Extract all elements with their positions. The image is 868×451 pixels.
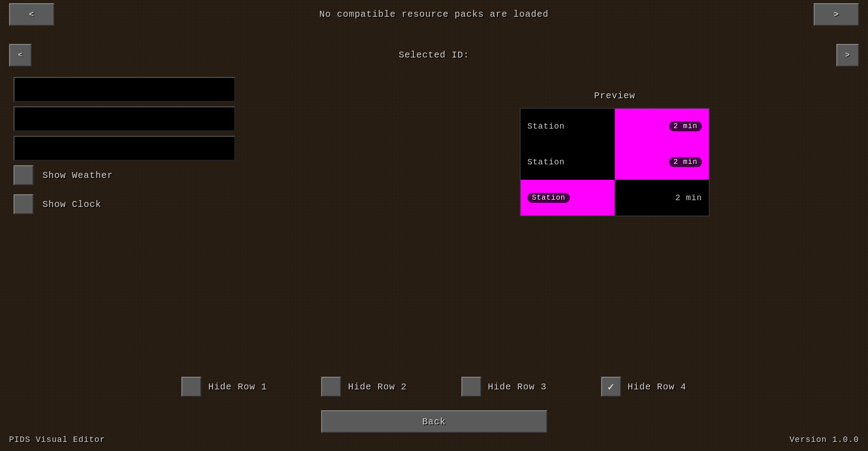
selected-id-label: Selected ID: — [398, 50, 469, 60]
preview-row2-left: Station — [521, 144, 615, 180]
second-prev-button[interactable]: < — [9, 44, 32, 67]
preview-row1-left: Station — [521, 109, 615, 144]
back-button[interactable]: Back — [321, 410, 547, 433]
show-clock-label: Show Clock — [43, 199, 101, 210]
hide-row2-item: Hide Row 2 — [321, 377, 407, 397]
hide-row1-item: Hide Row 1 — [181, 377, 267, 397]
preview-time-2: 2 min — [669, 157, 702, 167]
hide-row4-checkbox[interactable] — [601, 377, 621, 397]
hide-row4-label: Hide Row 4 — [628, 382, 687, 392]
preview-title: Preview — [520, 91, 710, 101]
show-weather-row: Show Weather — [14, 165, 113, 185]
preview-section: Preview Station 2 min Station 2 min Stat… — [520, 91, 710, 216]
back-btn-container: Back — [321, 410, 547, 433]
checkboxes-section: Show Weather Show Clock — [14, 165, 113, 223]
top-nav: < No compatible resource packs are loade… — [0, 9, 868, 19]
preview-row3-right: 2 min — [615, 180, 709, 216]
show-clock-row: Show Clock — [14, 194, 113, 214]
footer-left: PIDS Visual Editor — [9, 435, 105, 444]
hide-row1-label: Hide Row 1 — [208, 382, 267, 392]
hide-row4-item: Hide Row 4 — [601, 377, 687, 397]
hide-row2-checkbox[interactable] — [321, 377, 341, 397]
hide-row1-checkbox[interactable] — [181, 377, 201, 397]
input-field-1[interactable] — [14, 77, 235, 102]
preview-row3-left: Station — [521, 180, 615, 216]
show-weather-label: Show Weather — [43, 170, 113, 181]
hide-row3-checkbox[interactable] — [461, 377, 481, 397]
preview-grid: Station 2 min Station 2 min Station 2 mi… — [520, 108, 710, 216]
hide-row3-item: Hide Row 3 — [461, 377, 547, 397]
preview-station-3: Station — [527, 193, 570, 203]
preview-row1-right: 2 min — [615, 109, 709, 144]
input-fields-section — [14, 77, 235, 165]
input-field-2[interactable] — [14, 106, 235, 131]
preview-station-2: Station — [527, 158, 565, 167]
preview-time-3: 2 min — [675, 193, 702, 202]
input-field-3[interactable] — [14, 136, 235, 161]
bottom-checkboxes-section: Hide Row 1 Hide Row 2 Hide Row 3 Hide Ro… — [0, 377, 868, 397]
show-clock-checkbox[interactable] — [14, 194, 33, 214]
hide-row2-label: Hide Row 2 — [348, 382, 407, 392]
hide-row3-label: Hide Row 3 — [488, 382, 547, 392]
show-weather-checkbox[interactable] — [14, 165, 33, 185]
second-next-button[interactable]: > — [836, 44, 859, 67]
top-prev-button[interactable]: < — [9, 3, 54, 26]
preview-row2-right: 2 min — [615, 144, 709, 180]
preview-time-1: 2 min — [669, 121, 702, 131]
top-next-button[interactable]: > — [814, 3, 859, 26]
resource-pack-notice: No compatible resource packs are loaded — [319, 9, 549, 19]
preview-station-1: Station — [527, 122, 565, 131]
footer-right: Version 1.0.0 — [790, 435, 859, 444]
second-nav: < Selected ID: > — [0, 50, 868, 60]
